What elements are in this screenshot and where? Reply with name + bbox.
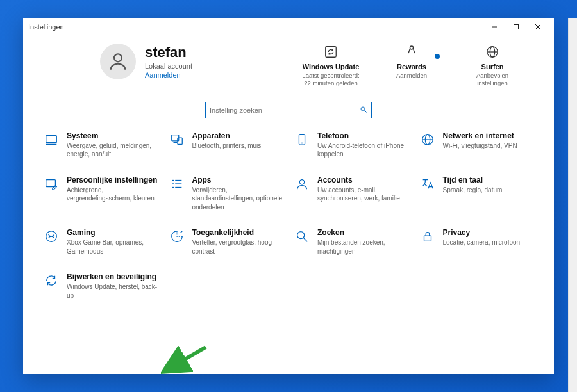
- minimize-button[interactable]: [483, 18, 505, 36]
- category-time-language[interactable]: Tijd en taalSpraak, regio, datum: [419, 176, 535, 212]
- user-block[interactable]: stefan Lokaal account Aanmelden: [100, 44, 301, 79]
- svg-rect-1: [514, 25, 519, 29]
- apps-icon: [168, 176, 186, 212]
- titlebar: Instellingen: [23, 18, 554, 36]
- svg-rect-21: [46, 179, 56, 186]
- settings-window: Instellingen stefan Lokaa: [23, 18, 554, 374]
- svg-line-34: [166, 347, 206, 370]
- svg-line-31: [304, 238, 308, 242]
- user-name: stefan: [145, 44, 192, 61]
- devices-icon: [168, 131, 186, 159]
- svg-point-28: [299, 179, 304, 184]
- category-personalization[interactable]: Persoonlijke instellingenAchtergrond, ve…: [42, 176, 159, 212]
- signin-link[interactable]: Aanmelden: [145, 71, 192, 79]
- category-system[interactable]: SysteemWeergave, geluid, meldingen, ener…: [42, 131, 159, 159]
- category-privacy[interactable]: PrivacyLocatie, camera, microfoon: [419, 228, 535, 256]
- svg-line-10: [365, 110, 367, 112]
- account-type: Lokaal account: [145, 62, 192, 70]
- category-accounts[interactable]: AccountsUw accounts, e-mail, synchronise…: [293, 176, 410, 212]
- annotation-arrow: [161, 345, 212, 374]
- brush-icon: [42, 176, 60, 212]
- lock-icon: [419, 228, 437, 256]
- svg-point-9: [361, 107, 365, 111]
- window-title: Instellingen: [28, 23, 64, 31]
- search-icon: [360, 106, 367, 115]
- content-area: stefan Lokaal account Aanmelden Windows …: [23, 36, 554, 374]
- browse-card[interactable]: Surfen Aanbevolen instellingen: [463, 44, 522, 88]
- scrollbar[interactable]: [568, 18, 577, 392]
- avatar: [100, 44, 136, 79]
- phone-icon: [293, 131, 311, 159]
- search-icon: [293, 228, 311, 256]
- category-gaming[interactable]: GamingXbox Game Bar, opnames, Gamemodus: [42, 228, 159, 256]
- globe-icon: [419, 131, 437, 159]
- header-row: stefan Lokaal account Aanmelden Windows …: [36, 40, 541, 93]
- rewards-card[interactable]: Rewards Aanmelden: [382, 44, 441, 88]
- category-network[interactable]: Netwerk en internetWi-Fi, vliegtuigstand…: [419, 131, 535, 159]
- categories-grid: SysteemWeergave, geluid, meldingen, ener…: [36, 131, 541, 307]
- language-icon: [419, 176, 437, 212]
- svg-rect-5: [326, 47, 337, 58]
- svg-point-4: [114, 54, 122, 61]
- accessibility-icon: [168, 228, 186, 256]
- search-input[interactable]: [210, 106, 360, 114]
- category-apps[interactable]: AppsVerwijderen, standaardinstellingen, …: [168, 176, 285, 212]
- category-phone[interactable]: TelefoonUw Android-telefoon of iPhone ko…: [293, 131, 410, 159]
- svg-point-30: [297, 232, 305, 239]
- maximize-button[interactable]: [505, 18, 527, 36]
- svg-rect-11: [46, 135, 57, 142]
- category-accessibility[interactable]: ToegankelijkheidVerteller, vergrootglas,…: [168, 228, 285, 256]
- close-button[interactable]: [527, 18, 549, 36]
- user-icon: [107, 51, 129, 72]
- category-update-security[interactable]: Bijwerken en beveiligingWindows Update, …: [42, 272, 159, 300]
- system-icon: [42, 131, 60, 159]
- windows-update-card[interactable]: Windows Update Laatst gecontroleerd: 22 …: [301, 44, 360, 88]
- account-icon: [293, 176, 311, 212]
- svg-rect-32: [424, 236, 431, 241]
- sync-icon: [301, 44, 360, 60]
- globe-icon: [463, 44, 522, 60]
- category-devices[interactable]: ApparatenBluetooth, printers, muis: [168, 131, 285, 159]
- search-box[interactable]: [205, 102, 372, 118]
- category-search[interactable]: ZoekenMijn bestanden zoeken, machtiginge…: [293, 228, 410, 256]
- update-icon: [42, 272, 60, 300]
- rewards-icon: [382, 44, 441, 60]
- gaming-icon: [42, 228, 60, 256]
